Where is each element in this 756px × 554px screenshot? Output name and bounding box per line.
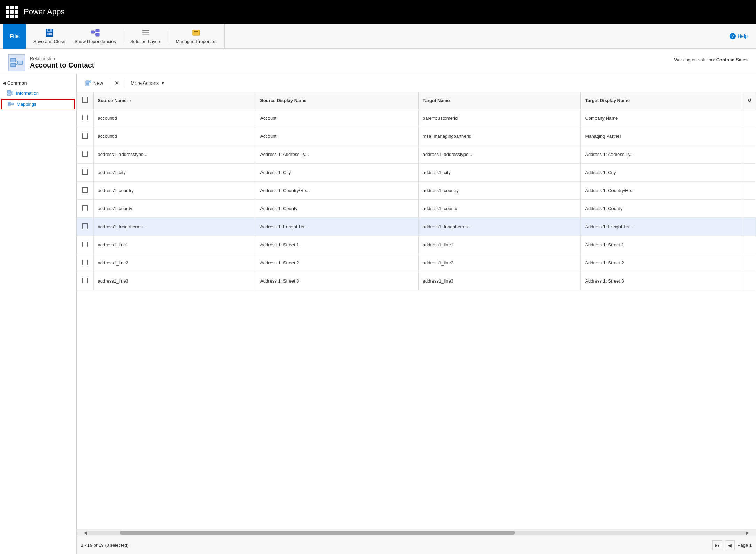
delete-button[interactable]: ✕ <box>110 78 123 88</box>
source-name-cell: address1_line1 <box>93 236 256 254</box>
row-checkbox-cell <box>77 181 93 199</box>
table-row[interactable]: address1_line3 Address 1: Street 3 addre… <box>77 272 756 290</box>
source-display-name-cell: Address 1: Freight Ter... <box>256 217 419 236</box>
source-display-name-cell: Address 1: County <box>256 199 419 217</box>
target-display-name-cell: Address 1: Street 1 <box>581 236 743 254</box>
app-title: Power Apps <box>24 7 64 16</box>
refresh-icon[interactable]: ↺ <box>748 98 751 103</box>
first-page-button[interactable]: ⏮ <box>712 540 722 550</box>
row-checkbox[interactable] <box>82 187 88 193</box>
source-name-cell: address1_country <box>93 181 256 199</box>
grid-area: + New ✕ More Actions ▼ <box>77 74 756 554</box>
table-row[interactable]: address1_country Address 1: Country/Re..… <box>77 181 756 199</box>
target-display-name-cell: Company Name <box>581 109 743 127</box>
working-on-name: Contoso Sales <box>716 57 748 62</box>
target-display-name-col[interactable]: Target Display Name <box>581 92 743 109</box>
new-icon: + <box>85 80 91 86</box>
source-display-name-cell: Account <box>256 109 419 127</box>
source-display-name-cell: Address 1: Street 1 <box>256 236 419 254</box>
row-action-cell <box>743 127 756 145</box>
save-close-button[interactable]: Save and Close <box>30 26 69 47</box>
working-on-prefix: Working on solution: <box>674 57 715 62</box>
prev-page-button[interactable]: ◀ <box>725 540 735 550</box>
svg-line-8 <box>94 31 96 32</box>
help-button[interactable]: ? Help <box>729 33 748 40</box>
table-row[interactable]: address1_county Address 1: County addres… <box>77 199 756 217</box>
sidebar-item-information[interactable]: Information <box>0 88 76 98</box>
svg-rect-12 <box>142 34 149 35</box>
separator2 <box>169 29 169 43</box>
table-row[interactable]: address1_addresstype... Address 1: Addre… <box>77 145 756 163</box>
waffle-icon[interactable] <box>6 6 18 18</box>
file-button[interactable]: File <box>3 24 26 49</box>
horizontal-scrollbar[interactable]: ◀ ▶ <box>77 529 756 536</box>
row-checkbox-cell <box>77 217 93 236</box>
source-name-cell: accountid <box>93 109 256 127</box>
table-row[interactable]: address1_city Address 1: City address1_c… <box>77 163 756 181</box>
target-display-name-cell: Address 1: Street 3 <box>581 272 743 290</box>
table-row[interactable]: address1_line1 Address 1: Street 1 addre… <box>77 236 756 254</box>
help-label: Help <box>738 33 748 39</box>
svg-text:+: + <box>89 80 91 82</box>
row-action-cell <box>743 163 756 181</box>
data-grid[interactable]: Source Name ↑ Source Display Name Target… <box>77 92 756 529</box>
row-checkbox[interactable] <box>82 260 88 265</box>
svg-rect-25 <box>11 92 13 94</box>
row-checkbox[interactable] <box>82 278 88 283</box>
solution-layers-button[interactable]: Solution Layers <box>127 26 165 47</box>
toolbar-sep2 <box>125 78 125 88</box>
row-checkbox-cell <box>77 109 93 127</box>
svg-rect-31 <box>86 81 89 84</box>
table-row[interactable]: accountid Account parentcustomerid Compa… <box>77 109 756 127</box>
table-row[interactable]: address1_line2 Address 1: Street 2 addre… <box>77 254 756 272</box>
sidebar-item-mappings-label: Mappings <box>17 102 36 107</box>
target-display-name-cell: Address 1: County <box>581 199 743 217</box>
target-display-name-col-label: Target Display Name <box>585 98 630 103</box>
target-name-cell: address1_line2 <box>418 254 581 272</box>
scroll-right-arrow[interactable]: ▶ <box>746 530 749 535</box>
source-display-name-col[interactable]: Source Display Name <box>256 92 419 109</box>
relationship-icon <box>8 54 25 71</box>
row-checkbox[interactable] <box>82 205 88 211</box>
more-actions-button[interactable]: More Actions ▼ <box>126 78 169 88</box>
row-checkbox-cell <box>77 254 93 272</box>
scroll-left-arrow[interactable]: ◀ <box>84 530 87 535</box>
target-name-cell: address1_county <box>418 199 581 217</box>
select-all-checkbox[interactable] <box>82 97 88 103</box>
refresh-col[interactable]: ↺ <box>743 92 756 109</box>
source-name-cell: address1_city <box>93 163 256 181</box>
table-row[interactable]: accountid Account msa_managingpartnerid … <box>77 127 756 145</box>
source-name-cell: address1_addresstype... <box>93 145 256 163</box>
row-checkbox-cell <box>77 127 93 145</box>
scroll-thumb[interactable] <box>120 531 515 535</box>
new-button[interactable]: + New <box>81 78 107 88</box>
row-checkbox[interactable] <box>82 133 88 138</box>
source-display-name-cell: Address 1: Address Ty... <box>256 145 419 163</box>
row-checkbox-cell <box>77 236 93 254</box>
row-checkbox[interactable] <box>82 151 88 157</box>
source-display-name-col-label: Source Display Name <box>260 98 306 103</box>
svg-text:?: ? <box>732 34 734 39</box>
select-all-col[interactable] <box>77 92 93 109</box>
row-action-cell <box>743 272 756 290</box>
source-name-col-label: Source Name <box>98 98 127 103</box>
svg-rect-11 <box>142 32 149 33</box>
target-display-name-cell: Address 1: Country/Re... <box>581 181 743 199</box>
source-name-col[interactable]: Source Name ↑ <box>93 92 256 109</box>
row-checkbox[interactable] <box>82 242 88 247</box>
scroll-track[interactable] <box>87 531 746 535</box>
svg-rect-26 <box>8 102 10 104</box>
target-name-col[interactable]: Target Name <box>418 92 581 109</box>
sidebar-item-mappings[interactable]: Mappings <box>1 99 75 109</box>
row-checkbox[interactable] <box>82 169 88 175</box>
separator1 <box>123 29 123 43</box>
table-row[interactable]: address1_freightterms... Address 1: Frei… <box>77 217 756 236</box>
page-header-left: Relationship Account to Contact <box>8 54 94 71</box>
show-deps-button[interactable]: Show Dependencies <box>71 26 119 47</box>
row-checkbox[interactable] <box>82 223 88 229</box>
mappings-icon <box>8 101 14 107</box>
row-checkbox[interactable] <box>82 115 88 120</box>
ribbon-group-main: Save and Close Show Dependencies <box>26 24 225 49</box>
section-collapse-icon[interactable]: ◀ <box>3 81 6 86</box>
managed-props-button[interactable]: Managed Properties <box>172 26 220 47</box>
